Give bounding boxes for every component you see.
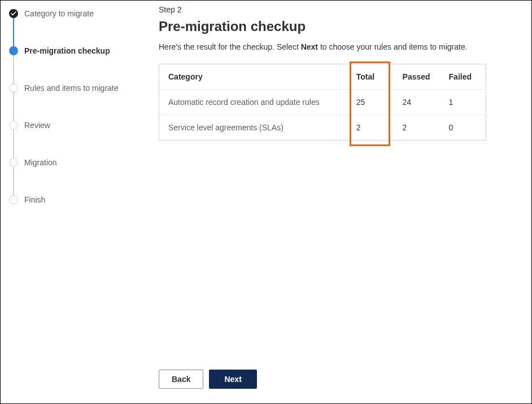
wizard-footer: Back Next	[159, 370, 257, 389]
cell-category: Automatic record creation and update rul…	[159, 90, 347, 115]
future-step-icon	[9, 158, 18, 167]
step-sidebar: Category to migrate Pre-migration checku…	[1, 1, 149, 403]
future-step-icon	[9, 84, 18, 93]
step-finish[interactable]: Finish	[1, 190, 149, 209]
step-review[interactable]: Review	[1, 116, 149, 135]
step-pre-migration-checkup[interactable]: Pre-migration checkup	[1, 41, 149, 60]
th-total: Total	[347, 64, 394, 90]
step-label: Finish	[24, 195, 45, 204]
future-step-icon	[9, 195, 18, 204]
page-title: Pre-migration checkup	[159, 19, 519, 34]
step-label: Pre-migration checkup	[24, 46, 110, 55]
th-category: Category	[159, 64, 347, 90]
step-rules-and-items[interactable]: Rules and items to migrate	[1, 78, 149, 98]
cell-failed: 0	[440, 115, 486, 140]
step-label: Migration	[24, 158, 57, 167]
intro-text: Here's the result for the checkup. Selec…	[159, 42, 519, 51]
cell-failed: 1	[440, 90, 486, 115]
step-label: Category to migrate	[24, 9, 94, 18]
th-failed: Failed	[440, 64, 486, 90]
cell-total: 25	[347, 90, 394, 115]
table-wrapper: Category Total Passed Failed Automatic r…	[159, 64, 519, 140]
back-button[interactable]: Back	[159, 370, 203, 389]
th-passed: Passed	[394, 64, 440, 90]
step-number: Step 2	[159, 5, 519, 14]
table-row: Service level agreements (SLAs) 2 2 0	[159, 115, 486, 140]
check-icon	[9, 9, 18, 18]
current-step-icon	[9, 46, 18, 55]
step-list: Category to migrate Pre-migration checku…	[1, 4, 149, 209]
cell-passed: 2	[394, 115, 440, 140]
checkup-results-table: Category Total Passed Failed Automatic r…	[159, 64, 486, 140]
main-content: Step 2 Pre-migration checkup Here's the …	[159, 1, 531, 403]
step-migration[interactable]: Migration	[1, 153, 149, 172]
step-label: Review	[24, 121, 50, 130]
cell-passed: 24	[394, 90, 440, 115]
future-step-icon	[9, 121, 18, 130]
table-header-row: Category Total Passed Failed	[159, 64, 486, 90]
cell-category: Service level agreements (SLAs)	[159, 115, 347, 140]
intro-post: to choose your rules and items to migrat…	[320, 42, 468, 51]
step-category-to-migrate[interactable]: Category to migrate	[1, 4, 149, 23]
intro-pre: Here's the result for the checkup. Selec…	[159, 42, 301, 51]
table-row: Automatic record creation and update rul…	[159, 90, 486, 115]
wizard-frame: Category to migrate Pre-migration checku…	[0, 0, 532, 404]
cell-total: 2	[347, 115, 394, 140]
next-button[interactable]: Next	[209, 370, 256, 389]
intro-bold: Next	[301, 42, 318, 51]
step-label: Rules and items to migrate	[24, 84, 119, 93]
